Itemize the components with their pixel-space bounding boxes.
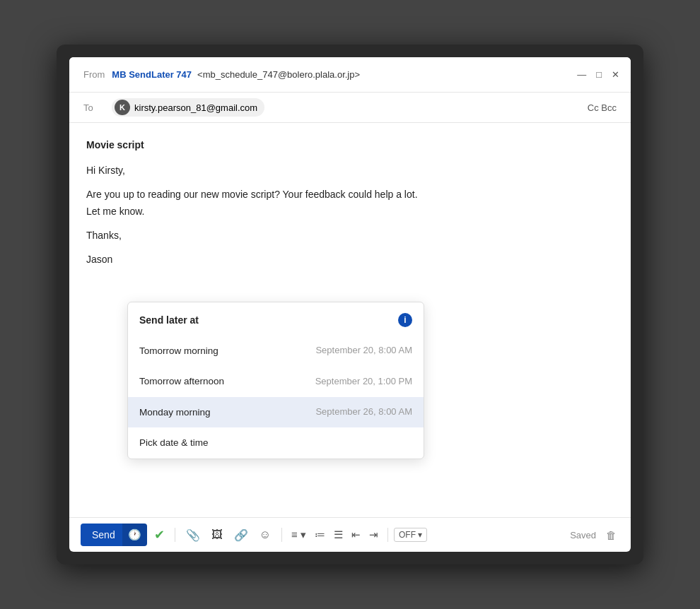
window-controls: — □ ✕ [577, 70, 619, 79]
pick-date-time[interactable]: Pick date & time [128, 427, 424, 459]
option-label-1: Tomorrow afternoon [139, 374, 224, 389]
email-window: From MB SendLater 747 <mb_schedule_747@b… [69, 57, 631, 552]
delete-button[interactable]: 🗑 [603, 526, 619, 544]
option-label-0: Tomorrow morning [139, 343, 218, 359]
toolbar: Send 🕐 ✔ 📎 🖼 🔗 ☺ ≡ ▾ ≔ ☰ ⇤ ⇥ [69, 517, 631, 552]
off-chevron-icon: ▾ [418, 530, 422, 540]
off-label: OFF [399, 530, 416, 540]
email-closing: Thanks, [86, 227, 614, 244]
insert-image-button[interactable]: 🖼 [206, 526, 228, 544]
email-signature: Jason [86, 252, 614, 268]
avatar: K [115, 100, 130, 115]
email-para1: Are you up to reading our new movie scri… [86, 187, 614, 220]
info-icon[interactable]: i [398, 313, 412, 327]
indent-button[interactable]: ⇥ [366, 526, 382, 544]
ordered-list-button[interactable]: ≔ [311, 526, 329, 544]
toolbar-divider-2 [281, 528, 282, 542]
option-date-0: September 20, 8:00 AM [315, 343, 412, 358]
send-button[interactable]: Send 🕐 [81, 524, 147, 546]
minimize-button[interactable]: — [577, 70, 586, 79]
unordered-list-button[interactable]: ☰ [330, 526, 346, 544]
attach-file-button[interactable]: 📎 [181, 526, 205, 545]
sender-email: <mb_schedule_747@bolero.plala.or.jp> [197, 69, 360, 80]
to-row: To K kirsty.pearson_81@gmail.com Cc Bcc [69, 93, 631, 123]
email-text: Hi Kirsty, Are you up to reading our new… [86, 162, 614, 268]
send-later-option-2[interactable]: Monday morning September 26, 8:00 AM [128, 397, 424, 428]
maximize-button[interactable]: □ [596, 70, 602, 79]
format-group: 📎 🖼 🔗 ☺ [181, 526, 276, 545]
email-greeting: Hi Kirsty, [86, 162, 614, 179]
recipient-email: kirsty.pearson_81@gmail.com [134, 102, 257, 113]
option-date-1: September 20, 1:00 PM [315, 374, 412, 389]
from-label: From [83, 69, 105, 80]
check-button[interactable]: ✔ [150, 524, 169, 545]
insert-emoji-button[interactable]: ☺ [255, 526, 276, 544]
recipient-chip[interactable]: K kirsty.pearson_81@gmail.com [112, 98, 264, 117]
format-align-group: ≡ ▾ ≔ ☰ ⇤ ⇥ [288, 526, 382, 544]
outdent-button[interactable]: ⇤ [348, 526, 364, 544]
toolbar-divider-1 [175, 528, 175, 542]
email-body: Movie script Hi Kirsty, Are you up to re… [69, 123, 631, 517]
insert-link-button[interactable]: 🔗 [229, 526, 253, 545]
send-later-option-0[interactable]: Tomorrow morning September 20, 8:00 AM [128, 336, 424, 367]
send-clock-icon[interactable]: 🕐 [122, 524, 147, 546]
title-bar: From MB SendLater 747 <mb_schedule_747@b… [69, 57, 631, 93]
send-later-header: Send later at i [128, 302, 424, 335]
email-subject: Movie script [86, 137, 614, 153]
cc-bcc-button[interactable]: Cc Bcc [588, 102, 617, 113]
send-later-option-1[interactable]: Tomorrow afternoon September 20, 1:00 PM [128, 366, 424, 397]
toolbar-divider-3 [387, 528, 388, 542]
send-button-label: Send [92, 529, 122, 540]
align-button[interactable]: ≡ ▾ [288, 526, 310, 544]
close-button[interactable]: ✕ [612, 70, 619, 79]
option-date-2: September 26, 8:00 AM [315, 405, 412, 420]
saved-text: Saved [570, 530, 596, 540]
option-label-2: Monday morning [139, 405, 211, 420]
to-label: To [83, 102, 105, 113]
sender-name: MB SendLater 747 [112, 69, 192, 80]
send-later-title: Send later at [139, 312, 199, 328]
off-toggle[interactable]: OFF ▾ [394, 528, 427, 542]
window-wrapper: From MB SendLater 747 <mb_schedule_747@b… [57, 45, 643, 564]
send-later-dropdown: Send later at i Tomorrow morning Septemb… [127, 302, 424, 459]
